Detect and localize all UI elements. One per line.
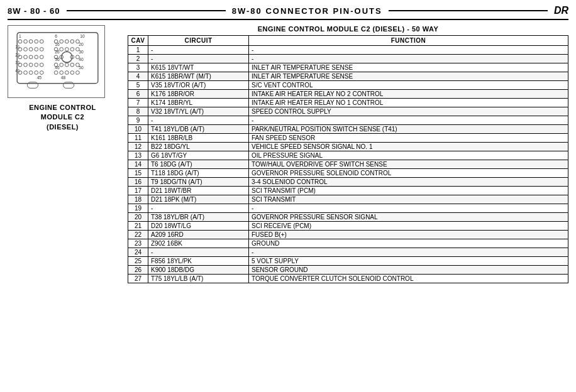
table-row: 5V35 18VT/OR (A/T)S/C VENT CONTROL: [128, 81, 568, 90]
svg-point-44: [35, 63, 38, 67]
connector-area: 1 6 10 11: [8, 25, 118, 283]
cell-cav: 15: [128, 169, 148, 178]
svg-point-31: [35, 55, 38, 59]
svg-point-4: [29, 40, 33, 43]
connector-label: ENGINE CONTROL MODULE C2 (DIESEL): [8, 103, 118, 132]
table-row: 6K176 18BR/ORINTAKE AIR HEATER RELAY NO …: [128, 90, 568, 99]
cell-circuit: -: [148, 46, 249, 55]
cell-circuit: K615 18VT/WT: [148, 63, 249, 72]
table-row: 26K900 18DB/DGSENSOR GROUND: [128, 266, 568, 275]
svg-text:20: 20: [79, 42, 84, 46]
table-row: 13G6 18VT/GYOIL PRESSURE SIGNAL: [128, 151, 568, 160]
cell-circuit: K161 18BR/LB: [148, 134, 249, 143]
table-row: 1--: [128, 46, 568, 55]
svg-point-2: [18, 40, 22, 43]
cell-function: -: [249, 55, 568, 63]
svg-point-24: [65, 48, 69, 52]
cell-cav: 7: [128, 99, 148, 107]
cell-cav: 13: [128, 151, 148, 160]
cell-function: PARK/NEUTRAL POSITION SWITCH SENSE (T41): [249, 125, 568, 134]
cell-function: GOVERNOR PRESSURE SOLENOID CONTROL: [249, 169, 568, 178]
cell-cav: 26: [128, 266, 148, 275]
header-line-left: [67, 10, 226, 11]
cell-function: 5 VOLT SUPPLY: [249, 257, 568, 266]
svg-text:21: 21: [15, 53, 20, 57]
cell-cav: 25: [128, 257, 148, 266]
svg-point-3: [24, 40, 28, 43]
svg-point-58: [40, 71, 43, 75]
cell-cav: 8: [128, 107, 148, 116]
cell-cav: 27: [128, 275, 148, 283]
col-header-function: FUNCTION: [249, 36, 568, 46]
cell-function: GOVERNOR PRESSURE SENSOR SIGNAL: [249, 213, 568, 222]
cell-function: FUSED B(+): [249, 231, 568, 239]
header-center: 8W-80 CONNECTOR PIN-OUTS: [232, 6, 382, 16]
svg-point-11: [65, 40, 69, 43]
cell-circuit: V35 18VT/OR (A/T): [148, 81, 249, 90]
svg-text:6: 6: [55, 34, 57, 38]
svg-point-5: [35, 40, 38, 43]
pin-out-table: CAV CIRCUIT FUNCTION 1--2--3K615 18VT/WT…: [128, 35, 568, 283]
cell-cav: 5: [128, 81, 148, 90]
cell-circuit: T9 18DG/TN (A/T): [148, 178, 249, 187]
cell-cav: 16: [128, 178, 148, 187]
cell-function: 3-4 SOLENIOD CONTROL: [249, 178, 568, 187]
connector-svg: 1 6 10 11: [12, 30, 103, 92]
table-row: 4K615 18BR/WT (M/T)INLET AIR TEMPERATURE…: [128, 72, 568, 81]
svg-text:30: 30: [79, 50, 84, 54]
svg-text:10: 10: [80, 34, 85, 38]
cell-function: VEHICLE SPEED SENSOR SIGNAL NO. 1: [249, 143, 568, 151]
header-right: DR: [554, 5, 568, 16]
cell-circuit: -: [148, 116, 249, 125]
cell-function: FAN SPEED SENSOR: [249, 134, 568, 143]
cell-function: TOW/HAUL OVERDRIVE OFF SWITCH SENSE: [249, 160, 568, 169]
cell-cav: 3: [128, 63, 148, 72]
svg-text:46: 46: [55, 65, 60, 70]
cell-cav: 14: [128, 160, 148, 169]
content: 1 6 10 11: [8, 25, 568, 283]
header-line-right: [389, 10, 548, 11]
cell-circuit: D21 18PK (M/T): [148, 195, 249, 204]
table-row: 8V32 18VT/YL (A/T)SPEED CONTROL SUPPLY: [128, 107, 568, 116]
cell-cav: 11: [128, 134, 148, 143]
svg-text:50: 50: [79, 65, 84, 70]
cell-function: -: [249, 116, 568, 125]
cell-cav: 19: [128, 204, 148, 213]
cell-function: SPEED CONTROL SUPPLY: [249, 107, 568, 116]
cell-circuit: K615 18BR/WT (M/T): [148, 72, 249, 81]
svg-point-63: [60, 71, 64, 75]
cell-circuit: D21 18WT/BR: [148, 187, 249, 195]
cell-cav: 18: [128, 195, 148, 204]
cell-circuit: D20 18WT/LG: [148, 222, 249, 231]
header: 8W - 80 - 60 8W-80 CONNECTOR PIN-OUTS DR: [8, 5, 568, 20]
header-left: 8W - 80 - 60: [8, 6, 60, 16]
cell-circuit: -: [148, 204, 249, 213]
cell-circuit: V32 18VT/YL (A/T): [148, 107, 249, 116]
svg-text:41: 41: [15, 68, 20, 73]
col-header-circuit: CIRCUIT: [148, 36, 249, 46]
cell-function: GROUND: [249, 239, 568, 248]
cell-cav: 10: [128, 125, 148, 134]
cell-circuit: -: [148, 55, 249, 63]
cell-function: SENSOR GROUND: [249, 266, 568, 275]
cell-cav: 9: [128, 116, 148, 125]
cell-circuit: A209 16RD: [148, 231, 249, 239]
cell-cav: 2: [128, 55, 148, 63]
table-row: 14T6 18DG (A/T)TOW/HAUL OVERDRIVE OFF SW…: [128, 160, 568, 169]
svg-text:1: 1: [19, 34, 21, 38]
svg-point-66: [76, 71, 80, 75]
table-area: ENGINE CONTROL MODULE C2 (DIESEL) - 50 W…: [128, 25, 568, 283]
table-row: 25F856 18YL/PK5 VOLT SUPPLY: [128, 257, 568, 266]
svg-point-42: [24, 63, 28, 67]
svg-text:26: 26: [55, 50, 60, 54]
cell-circuit: T38 18YL/BR (A/T): [148, 213, 249, 222]
cell-cav: 4: [128, 72, 148, 81]
table-row: 7K174 18BR/YLINTAKE AIR HEATER RELAY NO …: [128, 99, 568, 107]
table-row: 16T9 18DG/TN (A/T)3-4 SOLENIOD CONTROL: [128, 178, 568, 187]
table-row: 22A209 16RDFUSED B(+): [128, 231, 568, 239]
table-row: 27T75 18YL/LB (A/T)TORQUE CONVERTER CLUT…: [128, 275, 568, 283]
cell-circuit: T118 18DG (A/T): [148, 169, 249, 178]
table-row: 12B22 18DG/YLVEHICLE SPEED SENSOR SIGNAL…: [128, 143, 568, 151]
svg-point-29: [24, 55, 28, 59]
cell-circuit: K174 18BR/YL: [148, 99, 249, 107]
